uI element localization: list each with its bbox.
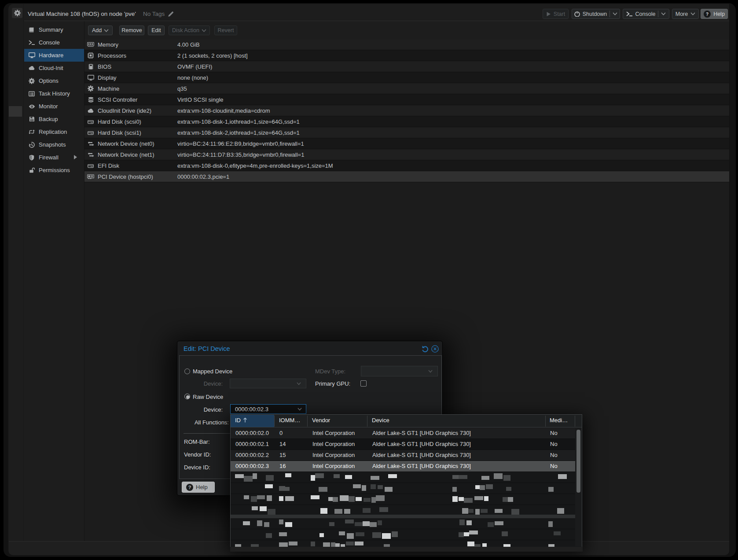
svg-text:?: ?: [706, 12, 709, 17]
svg-text:?: ?: [188, 485, 191, 490]
